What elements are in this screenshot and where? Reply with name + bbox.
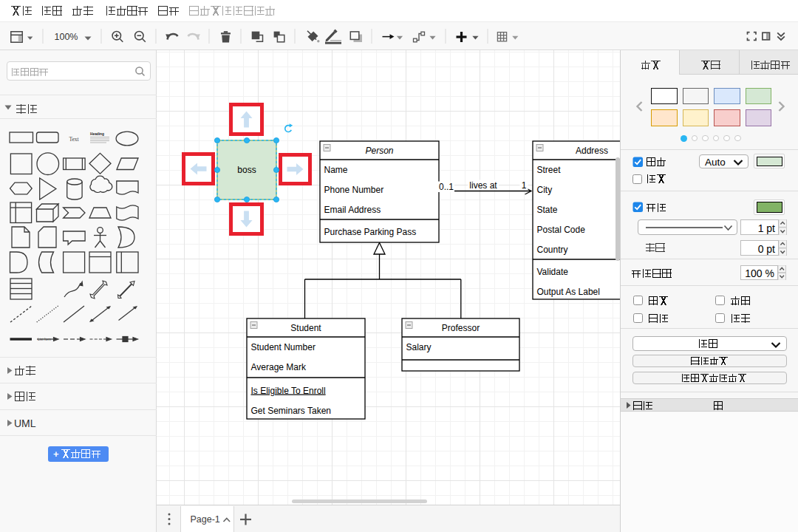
svg-text:Email Address: Email Address: [324, 205, 381, 215]
svg-text:lives at: lives at: [469, 180, 497, 191]
svg-text:boss: boss: [237, 165, 256, 175]
svg-text:Text: Text: [69, 136, 79, 143]
svg-text:Purchase Parking Pass: Purchase Parking Pass: [324, 227, 417, 237]
svg-text:State: State: [537, 205, 558, 215]
svg-text:Student Number: Student Number: [251, 342, 316, 352]
svg-text:1: 1: [522, 180, 527, 191]
svg-text:Phone Number: Phone Number: [324, 185, 384, 195]
svg-text:Student: Student: [290, 323, 321, 333]
svg-text:Get Seminars Taken: Get Seminars Taken: [251, 406, 332, 416]
svg-text:Heading: Heading: [90, 132, 104, 136]
svg-text:Address: Address: [576, 146, 608, 156]
svg-text:Postal Code: Postal Code: [537, 225, 586, 235]
svg-text:Country: Country: [537, 245, 568, 255]
svg-text:Professor: Professor: [442, 323, 480, 333]
svg-text:Street: Street: [537, 165, 562, 175]
svg-text:Output As Label: Output As Label: [537, 287, 600, 297]
svg-text:Name: Name: [324, 165, 348, 175]
svg-text:Validate: Validate: [537, 267, 569, 277]
svg-text:Is Eligible To Enroll: Is Eligible To Enroll: [251, 386, 326, 396]
svg-text:City: City: [537, 185, 553, 195]
svg-text:Person: Person: [365, 146, 393, 156]
svg-text:0..1: 0..1: [439, 182, 454, 192]
svg-text:Salary: Salary: [406, 342, 432, 352]
svg-text:100%: 100%: [55, 32, 78, 42]
svg-text:Average Mark: Average Mark: [251, 362, 307, 372]
